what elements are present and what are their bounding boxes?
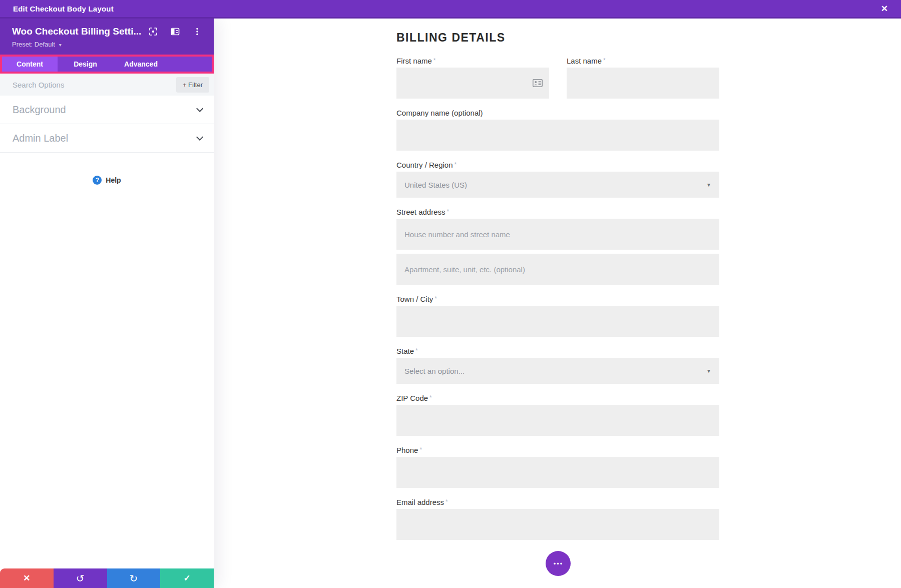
city-label: Town / City*	[396, 295, 719, 303]
billing-details-title: BILLING DETAILS	[396, 31, 719, 45]
company-label: Company name (optional)	[396, 109, 719, 117]
zip-group: ZIP Code*	[396, 394, 719, 436]
phone-group: Phone*	[396, 446, 719, 488]
email-input[interactable]	[396, 509, 719, 540]
module-settings-fab[interactable]: •••	[546, 551, 571, 576]
zip-input[interactable]	[396, 405, 719, 436]
preset-selector[interactable]: Preset: Default ▾	[12, 41, 202, 48]
city-group: Town / City*	[396, 295, 719, 337]
redo-button[interactable]: ↻	[107, 568, 161, 588]
required-marker: *	[455, 161, 457, 168]
modal-title: Edit Checkout Body Layout	[13, 5, 114, 13]
required-marker: *	[433, 57, 436, 64]
country-label: Country / Region*	[396, 161, 719, 169]
help-question-icon: ?	[93, 176, 102, 185]
search-options-bar: + Filter	[0, 74, 214, 96]
required-marker: *	[603, 57, 606, 64]
email-label: Email address*	[396, 498, 719, 506]
first-name-input[interactable]	[396, 68, 549, 99]
company-group: Company name (optional)	[396, 109, 719, 151]
tab-content[interactable]: Content	[2, 57, 58, 72]
settings-panel: Woo Checkout Billing Setti...	[0, 19, 214, 588]
module-title: Woo Checkout Billing Setti...	[12, 26, 144, 37]
required-marker: *	[429, 394, 432, 401]
filter-button[interactable]: + Filter	[176, 77, 209, 93]
caret-down-icon: ▾	[59, 42, 62, 48]
close-icon[interactable]: ✕	[881, 5, 888, 13]
state-group: State* Select an option... ▼	[396, 347, 719, 384]
zip-label: ZIP Code*	[396, 394, 719, 402]
state-select-value: Select an option...	[404, 367, 465, 375]
required-marker: *	[434, 295, 437, 302]
required-marker: *	[447, 208, 449, 215]
chevron-down-icon	[196, 105, 203, 112]
country-group: Country / Region* United States (US) ▼	[396, 161, 719, 198]
checkout-preview-canvas: BILLING DETAILS First name*	[214, 19, 901, 588]
help-link[interactable]: ? Help	[0, 176, 214, 185]
last-name-input[interactable]	[567, 68, 719, 99]
state-select[interactable]: Select an option... ▼	[396, 358, 719, 384]
street-label: Street address*	[396, 208, 719, 216]
settings-tabs-highlighted: Content Design Advanced	[0, 55, 214, 74]
accordion-background[interactable]: Background	[0, 96, 214, 124]
settings-panel-header: Woo Checkout Billing Setti...	[0, 19, 214, 55]
country-select[interactable]: United States (US) ▼	[396, 172, 719, 198]
phone-label: Phone*	[396, 446, 719, 454]
street-address-1-input[interactable]	[396, 219, 719, 250]
country-select-value: United States (US)	[404, 181, 467, 189]
divi-builder-screen: Edit Checkout Body Layout ✕ Woo Checkout…	[0, 0, 901, 588]
undo-icon: ↺	[76, 573, 85, 583]
discard-icon: ✕	[23, 574, 30, 582]
tab-advanced[interactable]: Advanced	[113, 57, 169, 72]
help-label: Help	[106, 176, 121, 184]
email-group: Email address*	[396, 498, 719, 540]
city-input[interactable]	[396, 306, 719, 337]
state-label: State*	[396, 347, 719, 355]
split-view-icon[interactable]	[171, 27, 180, 36]
modal-top-bar: Edit Checkout Body Layout ✕	[0, 0, 901, 19]
required-marker: *	[445, 498, 448, 505]
search-input[interactable]	[13, 81, 176, 89]
expand-modal-icon[interactable]	[149, 27, 158, 36]
select-arrow-icon: ▼	[706, 182, 711, 188]
first-name-label: First name*	[396, 57, 549, 65]
company-input[interactable]	[396, 120, 719, 151]
panel-header-icons	[149, 27, 202, 36]
required-marker: *	[419, 446, 422, 453]
accordion-background-label: Background	[13, 104, 66, 116]
billing-form: BILLING DETAILS First name*	[396, 19, 719, 576]
save-button[interactable]: ✓	[160, 568, 214, 588]
first-name-group: First name*	[396, 57, 549, 99]
phone-input[interactable]	[396, 457, 719, 488]
panel-action-bar: ✕ ↺ ↻ ✓	[0, 568, 214, 588]
chevron-down-icon	[196, 134, 203, 141]
last-name-group: Last name*	[567, 57, 719, 99]
undo-button[interactable]: ↺	[54, 568, 107, 588]
kebab-menu-icon[interactable]	[193, 27, 202, 36]
last-name-label: Last name*	[567, 57, 719, 65]
select-arrow-icon: ▼	[706, 368, 711, 374]
street-group: Street address*	[396, 208, 719, 285]
tab-design[interactable]: Design	[58, 57, 113, 72]
accordion-admin-label-label: Admin Label	[13, 133, 68, 144]
preset-label: Preset: Default	[12, 41, 55, 48]
required-marker: *	[415, 347, 418, 354]
ellipsis-icon: •••	[554, 560, 564, 567]
accordion-admin-label[interactable]: Admin Label	[0, 124, 214, 153]
redo-icon: ↻	[129, 573, 138, 583]
street-address-2-input[interactable]	[396, 254, 719, 285]
save-icon: ✓	[184, 574, 191, 582]
discard-button[interactable]: ✕	[0, 568, 54, 588]
autofill-contact-icon[interactable]	[533, 79, 543, 89]
